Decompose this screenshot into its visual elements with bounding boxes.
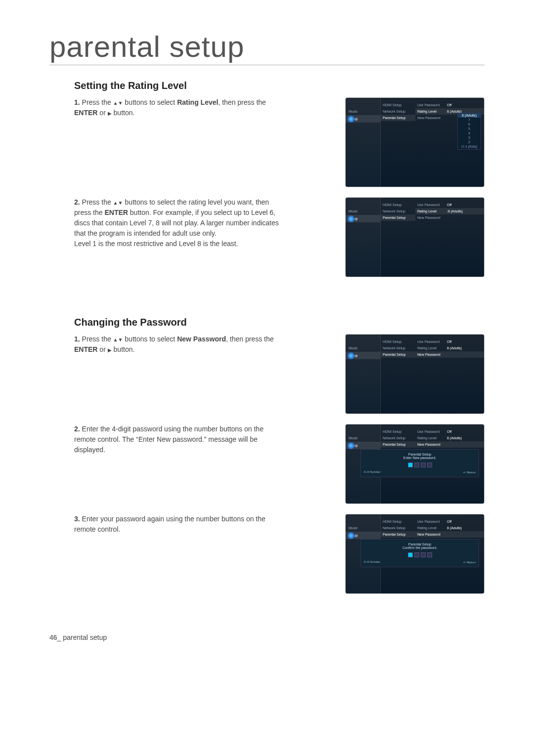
return-hint: ↵ Return — [463, 470, 476, 474]
menu-parental: Parental Setup — [381, 115, 415, 121]
down-arrow-icon — [118, 98, 123, 106]
menu-hdmi: HDMI Setup — [381, 518, 415, 525]
row-rating-level: Rating Level — [417, 210, 447, 213]
dialog-message: Confirm the password. — [364, 546, 476, 549]
password-digit-box — [421, 462, 426, 467]
row-new-password: New Password — [417, 116, 447, 120]
disc-icon — [348, 215, 355, 222]
disc-icon — [348, 116, 355, 123]
footer-label: _ parental setup — [57, 633, 107, 641]
menu-parental: Parental Setup — [381, 214, 415, 221]
page-title: parental setup — [49, 30, 485, 65]
menu-hdmi: HDMI Setup — [381, 428, 415, 435]
password-step2-text: 2. Enter the 4-digit password using the … — [74, 424, 282, 455]
menu-parental: Parental Setup — [381, 531, 415, 538]
page-footer: 46_ parental setup — [49, 633, 485, 641]
row-use-password: Use Password — [417, 103, 447, 107]
row-rating-level: Rating Level — [417, 436, 447, 440]
disc-icon — [348, 352, 355, 359]
row-new-password: New Password — [417, 353, 447, 356]
up-arrow-icon — [113, 98, 118, 106]
password-entry-dialog: Parental Setup Enter New password. 0~9 N… — [360, 449, 479, 477]
screenshot-confirm-password: Music Setup HDMI Setup Network Setup Par… — [345, 514, 485, 594]
number-hint: 0~9 Number — [364, 560, 380, 564]
right-arrow-icon — [108, 109, 112, 117]
row-new-password: New Password — [417, 443, 447, 446]
number-hint: 0~9 Number — [364, 470, 380, 474]
dialog-title: Parental Setup — [364, 543, 476, 546]
screenshot-rating-selected: Music Setup HDMI Setup Network Setup Par… — [345, 197, 485, 277]
menu-network: Network Setup — [381, 435, 415, 441]
row-use-password: Use Password — [417, 430, 447, 433]
section-heading-password: Changing the Password — [49, 317, 485, 328]
dialog-title: Parental Setup — [364, 453, 476, 456]
menu-network: Network Setup — [381, 525, 415, 531]
down-arrow-icon — [118, 335, 123, 343]
row-rating-level: Rating Level — [417, 346, 447, 350]
menu-network: Network Setup — [381, 208, 415, 214]
password-digit-box — [408, 462, 413, 467]
rating-step1-text: 1. Press the buttons to select Rating Le… — [74, 97, 282, 118]
row-use-password: Use Password — [417, 520, 447, 523]
row-use-password: Use Password — [417, 203, 447, 207]
page-number: 46 — [49, 633, 57, 641]
screenshot-newpassword: Music Setup HDMI Setup Network Setup Par… — [345, 334, 485, 414]
password-step3-text: 3. Enter your password again using the n… — [74, 514, 282, 535]
password-step1-text: 1. Press the buttons to select New Passw… — [74, 334, 282, 355]
sidebar-item-music: Music — [346, 108, 380, 115]
section-heading-rating: Setting the Rating Level — [49, 80, 485, 91]
screenshot-enter-password: Music Setup HDMI Setup Network Setup Par… — [345, 424, 485, 504]
password-digit-box — [427, 552, 432, 557]
return-hint: ↵ Return — [463, 560, 476, 564]
dialog-message: Enter New password. — [364, 456, 476, 460]
up-arrow-icon — [113, 335, 118, 343]
rating-step2-text: 2. Press the buttons to select the ratin… — [74, 197, 282, 249]
row-rating-level: Rating Level — [417, 110, 447, 113]
password-digit-box — [414, 462, 419, 467]
menu-hdmi: HDMI Setup — [381, 102, 415, 108]
menu-hdmi: HDMI Setup — [381, 202, 415, 208]
right-arrow-icon — [108, 345, 112, 353]
sidebar-item-music: Music — [346, 434, 380, 442]
menu-hdmi: HDMI Setup — [381, 338, 415, 345]
menu-network: Network Setup — [381, 345, 415, 351]
password-digit-box — [414, 552, 419, 557]
screenshot-rating-dropdown: Music Setup HDMI Setup Network Setup Par… — [345, 97, 485, 187]
row-use-password: Use Password — [417, 340, 447, 343]
menu-network: Network Setup — [381, 108, 415, 115]
row-new-password: New Password — [417, 533, 447, 536]
password-digit-box — [408, 552, 413, 557]
password-confirm-dialog: Parental Setup Confirm the password. 0~9… — [360, 539, 479, 567]
sidebar-item-music: Music — [346, 344, 380, 352]
down-arrow-icon — [118, 198, 123, 206]
up-arrow-icon — [113, 198, 118, 206]
rating-dropdown: 8 (Adults) 7 6 5 4 3 2 ☑ 1 (Kids) — [457, 113, 481, 150]
sidebar-item-music: Music — [346, 524, 380, 532]
menu-parental: Parental Setup — [381, 351, 415, 358]
row-new-password: New Password — [417, 216, 447, 219]
password-digit-box — [421, 552, 426, 557]
disc-icon — [348, 442, 355, 449]
sidebar-item-music: Music — [346, 208, 380, 215]
row-rating-level: Rating Level — [417, 526, 447, 530]
disc-icon — [348, 532, 355, 539]
password-digit-box — [427, 462, 432, 467]
menu-parental: Parental Setup — [381, 441, 415, 448]
